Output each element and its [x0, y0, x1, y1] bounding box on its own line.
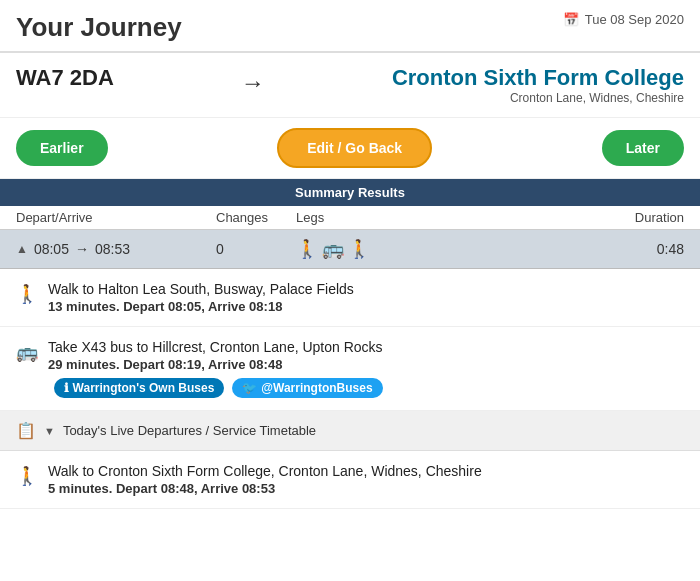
- journey-to-address: Cronton Lane, Widnes, Cheshire: [392, 91, 684, 105]
- info-icon: ℹ: [64, 381, 69, 395]
- depart-time: 08:05: [34, 241, 69, 257]
- journey-from: WA7 2DA: [16, 65, 114, 91]
- chevron-down-icon: ▼: [44, 425, 55, 437]
- calendar-icon: 📅: [563, 12, 579, 27]
- detail-sub-1: 13 minutes. Depart 08:05, Arrive 08:18: [48, 299, 354, 314]
- twitter-icon: 🐦: [242, 381, 257, 395]
- detail-sub-2: 29 minutes. Depart 08:19, Arrive 08:48: [48, 357, 383, 372]
- col-legs-header: Legs: [296, 210, 396, 225]
- detail-text-1: Walk to Halton Lea South, Busway, Palace…: [48, 281, 354, 314]
- detail-main-1: Walk to Halton Lea South, Busway, Palace…: [48, 281, 354, 297]
- badge-row: ℹ Warrington's Own Buses 🐦 @WarringtonBu…: [48, 378, 383, 398]
- detail-section-bus: 🚌 Take X43 bus to Hillcrest, Cronton Lan…: [0, 327, 700, 411]
- twitter-badge[interactable]: 🐦 @WarringtonBuses: [232, 378, 382, 398]
- changes-cell: 0: [216, 241, 296, 257]
- detail-main-3: Walk to Cronton Sixth Form College, Cron…: [48, 463, 482, 479]
- page-title: Your Journey: [16, 12, 182, 43]
- later-button[interactable]: Later: [602, 130, 684, 166]
- date-text: Tue 08 Sep 2020: [585, 12, 684, 27]
- legs-cell: 🚶 🚌 🚶: [296, 238, 396, 260]
- walk-icon-2: 🚶: [348, 238, 370, 260]
- bus-icon: 🚌: [322, 238, 344, 260]
- journey-arrow: →: [114, 65, 392, 97]
- col-changes-header: Changes: [216, 210, 296, 225]
- detail-text-2: Take X43 bus to Hillcrest, Cronton Lane,…: [48, 339, 383, 398]
- timetable-label: Today's Live Departures / Service Timeta…: [63, 423, 316, 438]
- summary-header: Summary Results: [0, 179, 700, 206]
- detail-row-bus: 🚌 Take X43 bus to Hillcrest, Cronton Lan…: [16, 339, 684, 398]
- chevron-up-icon: ▲: [16, 242, 28, 256]
- detail-sub-3: 5 minutes. Depart 08:48, Arrive 08:53: [48, 481, 482, 496]
- col-depart-arrive-header: Depart/Arrive: [16, 210, 216, 225]
- detail-row: 🚶 Walk to Halton Lea South, Busway, Pala…: [16, 281, 684, 314]
- depart-arrive-cell: ▲ 08:05 → 08:53: [16, 241, 216, 257]
- detail-main-2: Take X43 bus to Hillcrest, Cronton Lane,…: [48, 339, 383, 355]
- journey-to-name: Cronton Sixth Form College: [392, 65, 684, 91]
- result-row[interactable]: ▲ 08:05 → 08:53 0 🚶 🚌 🚶 0:48: [0, 230, 700, 269]
- walk-icon: 🚶: [16, 281, 38, 305]
- date-badge: 📅 Tue 08 Sep 2020: [563, 12, 684, 27]
- detail-section-walk-2: 🚶 Walk to Cronton Sixth Form College, Cr…: [0, 451, 700, 509]
- col-duration-header: Duration: [396, 210, 684, 225]
- journey-row: WA7 2DA → Cronton Sixth Form College Cro…: [0, 53, 700, 118]
- earlier-button[interactable]: Earlier: [16, 130, 108, 166]
- header: Your Journey 📅 Tue 08 Sep 2020: [0, 0, 700, 53]
- arrow-icon: →: [75, 241, 89, 257]
- walk-icon-3: 🚶: [16, 463, 38, 487]
- detail-row-walk-2: 🚶 Walk to Cronton Sixth Form College, Cr…: [16, 463, 684, 496]
- duration-cell: 0:48: [396, 241, 684, 257]
- edit-go-back-button[interactable]: Edit / Go Back: [277, 128, 432, 168]
- timetable-icon: 📋: [16, 421, 36, 440]
- badge-text-2: @WarringtonBuses: [261, 381, 372, 395]
- detail-text-3: Walk to Cronton Sixth Form College, Cron…: [48, 463, 482, 496]
- detail-section-walk-1: 🚶 Walk to Halton Lea South, Busway, Pala…: [0, 269, 700, 327]
- timetable-bar[interactable]: 📋 ▼ Today's Live Departures / Service Ti…: [0, 411, 700, 451]
- walk-icon-1: 🚶: [296, 238, 318, 260]
- warrington-buses-badge[interactable]: ℹ Warrington's Own Buses: [54, 378, 225, 398]
- action-buttons: Earlier Edit / Go Back Later: [0, 118, 700, 179]
- bus-detail-icon: 🚌: [16, 339, 38, 363]
- journey-to: Cronton Sixth Form College Cronton Lane,…: [392, 65, 684, 105]
- badge-text-1: Warrington's Own Buses: [73, 381, 215, 395]
- arrive-time: 08:53: [95, 241, 130, 257]
- table-headers: Depart/Arrive Changes Legs Duration: [0, 206, 700, 230]
